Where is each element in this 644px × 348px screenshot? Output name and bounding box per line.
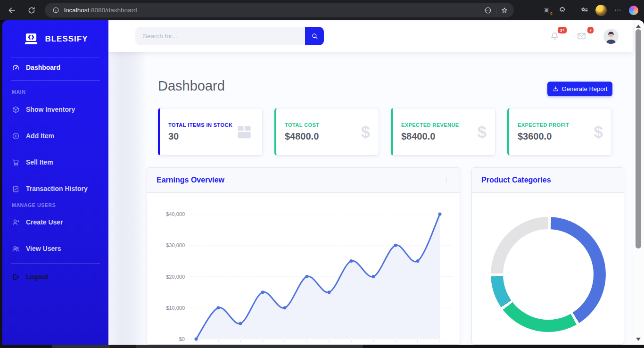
svg-text:$30,000: $30,000: [166, 242, 185, 248]
sidebar-section-manage-users: MANAGE USERS: [12, 202, 56, 208]
browser-back-button[interactable]: [4, 2, 20, 18]
earnings-card-header: Earnings Overview: [147, 168, 460, 193]
search-icon: [311, 33, 318, 40]
envelope-icon: [577, 31, 586, 41]
svg-text:$40,000: $40,000: [166, 211, 185, 217]
person-icon: [603, 29, 619, 44]
browser-address-bar[interactable]: localhost:8080/dashboard: [45, 3, 514, 17]
stat-icon: $: [478, 124, 487, 140]
sidebar-item-create-user[interactable]: Create User: [2, 215, 108, 230]
adblocker-extension-icon[interactable]: c: [543, 6, 551, 14]
scrollbar-up-arrow[interactable]: [636, 25, 641, 28]
person-icon: [603, 29, 619, 44]
sidebar-item-transaction-history[interactable]: Transaction History: [2, 181, 108, 196]
stat-icon: $: [361, 124, 370, 140]
laptop-code-icon: [23, 31, 40, 48]
earnings-title: Earnings Overview: [157, 176, 224, 184]
browser-refresh-button[interactable]: [24, 2, 40, 18]
refresh-icon: [27, 6, 36, 15]
stat-text: EXPECTED REVENUE$8400.0: [401, 122, 459, 142]
generate-report-button[interactable]: Generate Report: [547, 82, 612, 96]
alerts-bell-button[interactable]: 3+: [550, 31, 560, 41]
site-info-icon: [52, 7, 59, 14]
alerts-badge: 3+: [558, 27, 567, 33]
browser-extensions-area: c: [543, 0, 638, 20]
sidebar-item-logout[interactable]: Logout: [2, 269, 108, 284]
sidebar-item-label: View Users: [26, 245, 61, 252]
back-arrow-icon: [8, 6, 16, 15]
tachometer-icon: [12, 64, 20, 72]
scrollbar-down-arrow[interactable]: [636, 338, 641, 341]
page-title: Dashboard: [158, 78, 225, 94]
card-menu-icon[interactable]: [442, 176, 450, 184]
sidebar-item-add-item[interactable]: Add Item: [2, 128, 108, 143]
sidebar-item-show-inventory[interactable]: Show Inventory: [2, 102, 108, 117]
brand-name: BLESSIFY: [45, 34, 88, 44]
copilot-icon[interactable]: [629, 6, 638, 15]
stat-label: TOTAL COST: [285, 122, 319, 128]
stat-card-expected-revenue: EXPECTED REVENUE$8400.0$: [391, 108, 495, 156]
sidebar-item-view-users[interactable]: View Users: [2, 241, 108, 256]
stat-text: EXPECTED PROFIT$3600.0: [518, 122, 569, 142]
stat-value: $8400.0: [401, 131, 459, 142]
topbar-icons: 3+ 7: [550, 20, 619, 52]
browser-chrome: localhost:8080/dashboard c: [0, 0, 644, 20]
url-text: localhost:8080/dashboard: [64, 7, 137, 14]
sidebar-item-label: Transaction History: [26, 185, 88, 192]
stat-card-total-items-in-stock: TOTAL ITEMS IN STOCK30: [158, 108, 263, 156]
box-icon: [235, 123, 254, 141]
earnings-overview-card: Earnings Overview $0$10,000$20,000$30,00…: [147, 167, 460, 345]
divider: [573, 7, 573, 14]
envelope-icon: [577, 31, 586, 41]
stat-label: EXPECTED PROFIT: [518, 122, 569, 128]
sidebar-divider: [11, 80, 100, 81]
site-info-icon[interactable]: [52, 7, 59, 14]
stat-icon: [235, 123, 254, 141]
extensions-puzzle-icon[interactable]: [558, 6, 566, 14]
search-input[interactable]: [135, 27, 305, 45]
clipboard-check-icon: [12, 185, 20, 193]
search-icon: [311, 33, 318, 40]
sidebar: BLESSIFY DashboardMAINShow InventoryAdd …: [2, 20, 108, 345]
svg-text:$0: $0: [179, 336, 185, 342]
sidebar-divider: [11, 263, 100, 264]
more-options-icon: [614, 6, 622, 14]
sidebar-item-dashboard[interactable]: Dashboard: [2, 60, 108, 75]
cart-icon: [12, 158, 20, 166]
messages-button[interactable]: 7: [577, 31, 586, 41]
circled-ellipsis-icon[interactable]: [484, 7, 492, 14]
logout-icon: [12, 273, 20, 281]
sidebar-item-label: Show Inventory: [26, 106, 75, 113]
sidebar-divider: [11, 58, 100, 58]
app-window: BLESSIFY DashboardMAINShow InventoryAdd …: [0, 20, 644, 345]
donut-hole: [503, 229, 594, 320]
stat-label: EXPECTED REVENUE: [401, 122, 459, 128]
sidebar-item-sell-item[interactable]: Sell Item: [2, 155, 108, 170]
categories-title: Product Categories: [481, 176, 551, 184]
sidebar-item-label: Dashboard: [26, 64, 60, 71]
user-avatar[interactable]: [603, 29, 619, 44]
earnings-chart-area: $0$10,000$20,000$30,000$40,000: [147, 193, 460, 345]
earnings-line-chart: $0$10,000$20,000$30,000$40,000: [147, 193, 460, 345]
favorites-list-icon[interactable]: [580, 6, 588, 14]
user-plus-icon: [12, 218, 20, 226]
download-icon: [553, 86, 559, 92]
box-cube-icon: [12, 106, 20, 114]
sidebar-brand[interactable]: BLESSIFY: [2, 27, 108, 51]
refresh-icon: [27, 6, 36, 15]
browser-profile-avatar[interactable]: [595, 5, 607, 16]
scrollbar-thumb[interactable]: [636, 29, 641, 249]
more-options-icon[interactable]: [614, 6, 622, 14]
stat-card-total-cost: TOTAL COST$4800.0$: [274, 108, 379, 156]
search-box: [135, 27, 324, 45]
plus-circle-icon: [12, 132, 20, 140]
stat-value: $3600.0: [518, 131, 569, 142]
taskbar-block: [110, 345, 136, 348]
users-icon: [12, 245, 20, 253]
search-button[interactable]: [305, 27, 324, 45]
categories-card-header: Product Categories: [472, 168, 624, 193]
stat-card-expected-profit: EXPECTED PROFIT$3600.0$: [507, 108, 612, 156]
stat-label: TOTAL ITEMS IN STOCK: [168, 122, 232, 128]
sidebar-item-label: Logout: [26, 273, 48, 281]
bookmark-star-icon[interactable]: [501, 7, 508, 14]
